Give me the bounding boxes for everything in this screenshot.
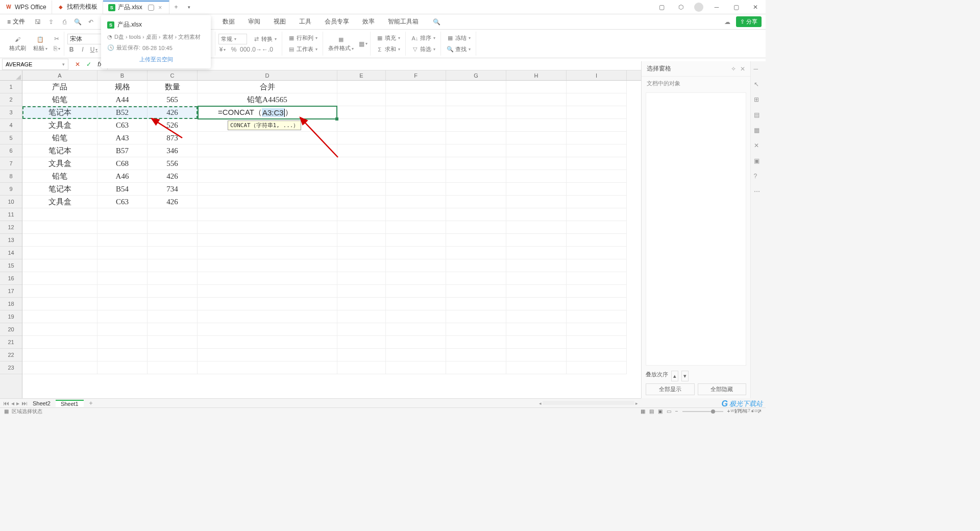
column-header[interactable]: F	[386, 70, 446, 80]
cell[interactable]	[198, 170, 337, 183]
cell[interactable]	[198, 259, 337, 272]
cell[interactable]	[567, 221, 627, 234]
cell[interactable]	[446, 144, 506, 157]
cell[interactable]	[506, 170, 567, 183]
zoom-slider[interactable]	[682, 411, 723, 412]
cell[interactable]: 文具盒	[22, 119, 97, 132]
cell[interactable]	[446, 298, 506, 310]
cell[interactable]	[506, 272, 567, 285]
cell[interactable]	[386, 106, 446, 119]
comment-bubble-icon[interactable]	[148, 5, 154, 11]
tab-vip[interactable]: 会员专享	[318, 14, 355, 30]
maximize-button[interactable]: ▢	[730, 1, 742, 13]
cell[interactable]	[198, 196, 337, 208]
move-up-button[interactable]: ▴	[671, 371, 678, 381]
cell[interactable]	[97, 247, 148, 259]
share-button[interactable]: ⇪分享	[736, 16, 762, 27]
cell[interactable]	[386, 144, 446, 157]
cell[interactable]	[506, 310, 567, 323]
cell[interactable]	[198, 361, 337, 374]
cloud-icon[interactable]: ☁	[723, 17, 732, 27]
cell[interactable]	[506, 349, 567, 361]
view-read-icon[interactable]: ▭	[667, 408, 671, 414]
cell[interactable]	[337, 170, 386, 183]
cell[interactable]: 426	[148, 170, 198, 183]
cell[interactable]	[148, 310, 198, 323]
cell[interactable]	[506, 132, 567, 144]
pin-icon[interactable]: ✧	[731, 65, 736, 73]
help-icon[interactable]: ?	[754, 173, 763, 182]
avatar-icon[interactable]	[694, 3, 703, 12]
cell[interactable]: 笔记本	[22, 144, 97, 157]
hide-all-button[interactable]: 全部隐藏	[698, 383, 747, 395]
column-header[interactable]: E	[337, 70, 386, 80]
cell[interactable]	[22, 247, 97, 259]
cell[interactable]: B57	[97, 144, 148, 157]
cell[interactable]	[337, 259, 386, 272]
cell[interactable]: 铅笔	[22, 132, 97, 144]
cell[interactable]	[446, 196, 506, 208]
cell[interactable]	[506, 361, 567, 374]
cell[interactable]	[198, 336, 337, 349]
cell[interactable]	[22, 221, 97, 234]
cell[interactable]	[506, 208, 567, 221]
cut-icon[interactable]: ✂	[53, 35, 61, 43]
cell[interactable]	[337, 157, 386, 170]
cell[interactable]	[337, 349, 386, 361]
cell[interactable]	[198, 323, 337, 336]
column-header[interactable]: A	[22, 70, 97, 80]
confirm-formula-icon[interactable]: ✓	[84, 59, 94, 69]
cell[interactable]	[386, 119, 446, 132]
cell[interactable]	[22, 336, 97, 349]
show-all-button[interactable]: 全部显示	[646, 383, 695, 395]
font-family-select[interactable]: 宋体	[67, 34, 103, 44]
prev-sheet-icon[interactable]: ◂	[11, 400, 14, 407]
row-header[interactable]: 16	[0, 272, 22, 285]
currency-icon[interactable]: ¥	[218, 45, 227, 54]
cell[interactable]	[198, 132, 337, 144]
name-box[interactable]: ▾	[2, 59, 68, 70]
cell[interactable]	[386, 259, 446, 272]
cell[interactable]	[386, 310, 446, 323]
cell[interactable]	[198, 349, 337, 361]
cell[interactable]	[198, 221, 337, 234]
cell[interactable]	[148, 234, 198, 247]
last-sheet-icon[interactable]: ⏭	[21, 400, 28, 407]
collapse-icon[interactable]: ─	[754, 65, 763, 75]
cell[interactable]	[337, 183, 386, 196]
underline-icon[interactable]: U	[90, 45, 98, 54]
print-icon[interactable]: ⎙	[60, 17, 69, 27]
cell[interactable]	[198, 157, 337, 170]
cell[interactable]: A43	[97, 132, 148, 144]
cell[interactable]	[198, 310, 337, 323]
cell[interactable]	[506, 183, 567, 196]
cell[interactable]	[148, 208, 198, 221]
filter-button[interactable]: ▽筛选	[409, 44, 437, 55]
close-panel-icon[interactable]: ✕	[740, 65, 745, 73]
cell[interactable]	[386, 170, 446, 183]
preview-icon[interactable]: 🔍	[73, 17, 82, 27]
cell[interactable]	[337, 132, 386, 144]
cell[interactable]	[337, 93, 386, 106]
image-icon[interactable]: ▣	[754, 157, 763, 166]
row-header[interactable]: 7	[0, 157, 22, 170]
cell[interactable]	[337, 196, 386, 208]
cell[interactable]	[506, 81, 567, 93]
properties-icon[interactable]: ▤	[754, 111, 763, 120]
cell[interactable]	[386, 196, 446, 208]
italic-icon[interactable]: I	[79, 45, 87, 54]
cell[interactable]	[337, 285, 386, 298]
convert-button[interactable]: ⇄转换	[250, 34, 279, 44]
cell[interactable]	[567, 259, 627, 272]
sheet-tab-sheet2[interactable]: Sheet2	[28, 400, 56, 406]
cell[interactable]	[446, 183, 506, 196]
cell[interactable]: 426	[148, 106, 198, 119]
cell[interactable]	[22, 272, 97, 285]
cell[interactable]	[506, 285, 567, 298]
new-tab-button[interactable]: ＋	[169, 3, 183, 11]
row-header[interactable]: 6	[0, 144, 22, 157]
cell[interactable]	[567, 119, 627, 132]
cell[interactable]: 产品	[22, 81, 97, 93]
cell[interactable]	[567, 310, 627, 323]
cell[interactable]	[97, 349, 148, 361]
